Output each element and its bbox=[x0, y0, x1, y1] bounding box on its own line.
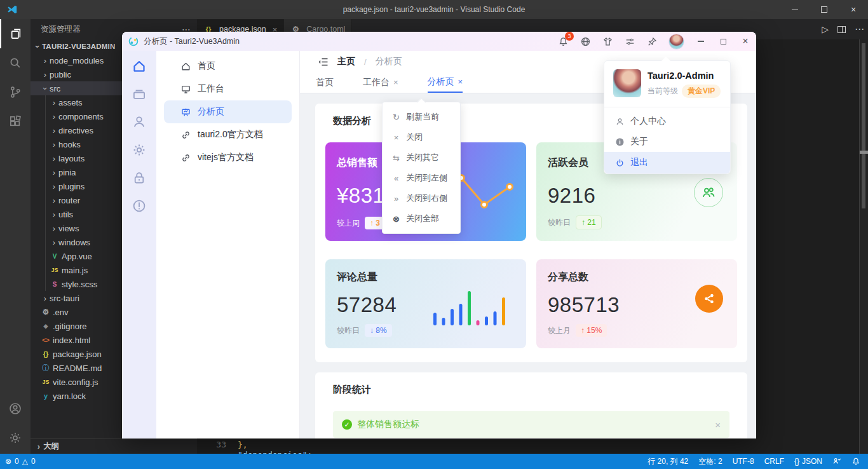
menu-fold-icon[interactable] bbox=[318, 57, 329, 67]
compare-label: 较上月 bbox=[548, 325, 571, 336]
vscode-restore-button[interactable] bbox=[810, 0, 839, 19]
explorer-icon[interactable] bbox=[0, 19, 31, 48]
app-maximize-button[interactable] bbox=[717, 39, 729, 44]
explorer-header-label: 资源管理器 bbox=[41, 24, 81, 35]
chevron-right-icon: › bbox=[50, 140, 58, 149]
menu-item-workbench[interactable]: 工作台 bbox=[156, 78, 299, 100]
tab-workbench[interactable]: 工作台× bbox=[363, 72, 398, 93]
encoding[interactable]: UTF-8 bbox=[733, 457, 754, 466]
dropdown-profile[interactable]: 个人中心 bbox=[604, 111, 730, 132]
app-close-button[interactable]: × bbox=[740, 36, 751, 47]
chevron-right-icon: › bbox=[50, 182, 58, 191]
chevron-right-icon: › bbox=[50, 238, 58, 247]
search-icon[interactable] bbox=[0, 48, 31, 78]
notifications-bell-icon[interactable]: 3 bbox=[557, 36, 569, 47]
tab-context-menu: ↻刷新当前 ×关闭 ⇆关闭其它 «关闭到左侧 »关闭到右侧 ⊗关闭全部 bbox=[382, 102, 461, 234]
menu-item-tauri-docs[interactable]: tauri2.0官方文档 bbox=[156, 123, 299, 146]
vscode-statusbar: ⊗ 0 △ 0 行 20, 列 42 空格: 2 UTF-8 CRLF {} J… bbox=[0, 454, 868, 469]
card-title: 评论总量 bbox=[337, 271, 515, 284]
home-icon[interactable] bbox=[130, 57, 148, 75]
settings-sliders-icon[interactable] bbox=[624, 36, 635, 47]
language-mode[interactable]: {} JSON bbox=[794, 457, 822, 466]
scrollbar-slider[interactable] bbox=[860, 151, 868, 154]
chevron-right-icon: › bbox=[41, 56, 50, 65]
link-icon bbox=[180, 130, 191, 140]
js-file-icon: JS bbox=[50, 267, 60, 273]
app-sidebar-menu: 首页 工作台 分析页 tauri2.0官方文档 vitejs官方文档 bbox=[156, 51, 300, 438]
user-avatar[interactable] bbox=[668, 34, 684, 50]
vscode-close-button[interactable]: × bbox=[839, 0, 868, 19]
double-right-icon: » bbox=[391, 194, 401, 203]
context-close-all[interactable]: ⊗关闭全部 bbox=[383, 208, 460, 229]
chevron-down-icon: › bbox=[33, 42, 43, 51]
outline-section[interactable]: › 大纲 bbox=[31, 438, 197, 454]
menu-item-analysis[interactable]: 分析页 bbox=[164, 100, 292, 123]
context-close-others[interactable]: ⇆关闭其它 bbox=[383, 147, 460, 168]
js-file-icon: JS bbox=[41, 379, 51, 385]
delta-badge: ↑ 15% bbox=[576, 324, 607, 337]
user-icon[interactable] bbox=[130, 113, 148, 131]
breadcrumb-current: 分析页 bbox=[376, 56, 402, 67]
chevron-right-icon: › bbox=[50, 154, 58, 163]
breadcrumb-root[interactable]: 主页 bbox=[337, 56, 355, 67]
warnings-icon: △ bbox=[22, 457, 28, 466]
settings-gear-icon[interactable] bbox=[0, 423, 31, 452]
accounts-icon[interactable] bbox=[0, 394, 31, 423]
warnings-count: 0 bbox=[31, 457, 36, 466]
notifications-bell-icon[interactable] bbox=[851, 457, 860, 466]
close-alert-icon[interactable]: × bbox=[715, 419, 721, 430]
compare-label: 较昨日 bbox=[337, 325, 360, 336]
problems-status[interactable]: ⊗ 0 △ 0 bbox=[0, 457, 36, 466]
close-tab-icon[interactable]: × bbox=[458, 77, 463, 86]
compare-label: 较昨日 bbox=[548, 217, 571, 228]
minimap[interactable] bbox=[859, 39, 868, 454]
lock-icon[interactable] bbox=[130, 169, 148, 187]
indentation[interactable]: 空格: 2 bbox=[698, 456, 722, 467]
context-close-left[interactable]: «关闭到左侧 bbox=[383, 168, 460, 188]
run-icon[interactable]: ▷ bbox=[822, 24, 829, 34]
eol-sequence[interactable]: CRLF bbox=[764, 457, 784, 466]
dropdown-about[interactable]: 关于 bbox=[604, 132, 730, 152]
menu-item-vite-docs[interactable]: vitejs官方文档 bbox=[156, 146, 299, 169]
user-dropdown-header: Tauri2.0-Admin 当前等级 黄金VIP bbox=[604, 61, 730, 104]
tab-home[interactable]: 首页 bbox=[316, 72, 334, 93]
link-icon bbox=[180, 153, 191, 163]
menu-item-home[interactable]: 首页 bbox=[156, 55, 299, 78]
delta-badge: ↑ 21 bbox=[576, 215, 602, 229]
breadcrumb-separator: / bbox=[364, 57, 367, 67]
check-icon: ✓ bbox=[342, 419, 352, 430]
workbench-icon[interactable] bbox=[130, 85, 148, 103]
more-actions-icon[interactable]: ⋯ bbox=[855, 24, 864, 35]
double-left-icon: « bbox=[391, 173, 401, 183]
panel-title: 阶段统计 bbox=[333, 384, 737, 396]
context-close-right[interactable]: »关闭到右侧 bbox=[383, 188, 460, 208]
tauri-app-window: 分析页 - Tauri2-Vue3Admin 3 bbox=[122, 32, 756, 438]
app-minimize-button[interactable] bbox=[695, 41, 707, 41]
info-icon[interactable] bbox=[130, 197, 148, 215]
app-titlebar-icons: 3 × bbox=[557, 34, 751, 50]
extensions-icon[interactable] bbox=[0, 107, 31, 136]
split-editor-icon[interactable] bbox=[837, 26, 846, 33]
stage-panel: 阶段统计 ✓ 整体销售额达标 × bbox=[315, 372, 747, 438]
dropdown-logout[interactable]: 退出 bbox=[604, 152, 730, 173]
feedback-icon[interactable] bbox=[832, 457, 841, 466]
gear-icon[interactable] bbox=[130, 141, 148, 159]
theme-shirt-icon[interactable] bbox=[602, 36, 613, 47]
vscode-minimize-button[interactable] bbox=[780, 0, 810, 19]
context-close[interactable]: ×关闭 bbox=[383, 127, 460, 147]
tab-analysis[interactable]: 分析页× bbox=[428, 72, 463, 93]
divider bbox=[604, 107, 730, 107]
chevron-right-icon: › bbox=[41, 294, 50, 303]
context-refresh[interactable]: ↻刷新当前 bbox=[383, 107, 460, 127]
notification-badge: 3 bbox=[565, 32, 574, 41]
chevron-right-icon: › bbox=[50, 210, 58, 219]
language-switch-icon[interactable] bbox=[580, 36, 591, 47]
close-tab-icon[interactable]: × bbox=[393, 78, 398, 87]
source-control-icon[interactable] bbox=[0, 78, 31, 107]
pin-icon[interactable] bbox=[646, 36, 658, 47]
chevron-right-icon: › bbox=[34, 442, 43, 451]
delta-badge: ↓ 8% bbox=[365, 324, 392, 337]
vscode-titlebar: package.json - tauri2-vue3admin - Visual… bbox=[0, 0, 868, 19]
cursor-position[interactable]: 行 20, 列 42 bbox=[648, 456, 688, 467]
refresh-icon: ↻ bbox=[391, 112, 401, 122]
